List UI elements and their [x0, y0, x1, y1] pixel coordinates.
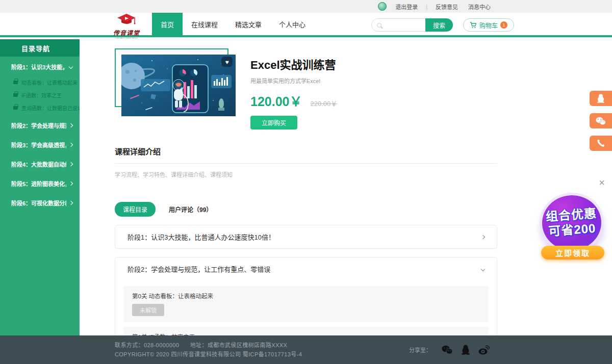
catalog-sidebar: 目录导航 阶段1：认识3大技能，比普通人... 动态看板：让表格动起来 IF函数…	[0, 39, 80, 335]
lock-icon	[13, 106, 18, 110]
course-tabs: 课程目录 用户评论（99）	[115, 202, 497, 217]
tab-user-comments[interactable]: 用户评论（99）	[169, 205, 212, 214]
promo-badge: 组合优惠 可省200 立即领取	[541, 195, 604, 255]
chevron-down-icon	[481, 267, 485, 271]
sidebar-title: 目录导航	[0, 39, 80, 57]
chevron-right-icon	[69, 201, 73, 205]
user-avatar[interactable]	[378, 2, 387, 11]
sidebar-stage-4[interactable]: 阶段4：大批数据自动统计分析，...	[0, 154, 80, 173]
logout-link[interactable]: 退出登录	[395, 3, 418, 11]
message-center-link[interactable]: 消息中心	[468, 3, 491, 11]
floating-contact-bar	[590, 91, 612, 158]
course-title: Excel实战训练营	[250, 56, 337, 72]
share-qq-icon[interactable]	[461, 345, 470, 355]
sidebar-stage-1[interactable]: 阶段1：认识3大技能，比普通人...	[0, 57, 80, 76]
sidebar-lesson-1[interactable]: 动态看板：让表格动起来	[0, 76, 80, 89]
phone-icon	[597, 139, 605, 147]
chevron-right-icon	[69, 181, 73, 186]
lock-icon	[13, 93, 18, 97]
page: 退出登录 | 反馈意见 消息中心 传音课堂 CHUANYINKETANG 首页 …	[0, 0, 612, 364]
search-button[interactable]: 搜索	[425, 18, 453, 32]
sidebar-stage-6[interactable]: 阶段6：可视化数据分析，帮老板...	[0, 193, 80, 212]
share-label: 分享至：	[409, 346, 431, 354]
share-weibo-icon[interactable]	[478, 345, 490, 355]
course-cover-image[interactable]: ♥	[121, 55, 236, 116]
navbar: 传音课堂 CHUANYINKETANG 首页 在线课程 精选文章 个人中心 搜索…	[0, 13, 612, 37]
main-nav: 首页 在线课程 精选文章 个人中心	[152, 13, 314, 35]
detail-section-heading: 课程详细介绍	[115, 146, 497, 157]
main-content: ♥ Excel实战训练营 用最简单实用的方式学Excel 120.00￥ 220…	[80, 39, 612, 335]
detail-tags: 学习流程、学习特色、课程详细介绍、课程须知	[115, 170, 497, 178]
footer-address: 地址：成都市武侯区槐树店南路XXXX	[190, 342, 288, 348]
chevron-down-icon	[69, 65, 73, 69]
accordion-stage-2: 阶段2：学会处理与规范，让工作有重点、零错误 第0关 动态看板：让表格动起来 未…	[115, 257, 497, 335]
lesson-title: 第0关 动态看板：让表格动起来	[132, 292, 480, 300]
nav-online-courses[interactable]: 在线课程	[183, 13, 226, 35]
search-bar: 搜索	[371, 18, 453, 32]
course-price: 120.00￥	[250, 91, 302, 110]
phone-contact-button[interactable]	[590, 136, 612, 151]
promo-circle[interactable]: 组合优惠 可省200	[540, 193, 603, 252]
brand-logo[interactable]: 传音课堂 CHUANYINKETANG	[108, 14, 145, 39]
accordion-stage-1-header[interactable]: 阶段1：认识3大技能，比普通人办公速度快10倍！	[115, 225, 497, 248]
nav-personal-center[interactable]: 个人中心	[270, 13, 314, 35]
wechat-contact-button[interactable]	[590, 113, 612, 128]
footer-copyright: COPYRIGHT© 2020 四川传音课堂科技有限公司 蜀ICP备170177…	[115, 350, 302, 359]
chevron-right-icon	[481, 235, 485, 239]
divider	[115, 163, 497, 164]
buy-now-button[interactable]: 立即购买	[250, 116, 297, 129]
course-cover: ♥	[115, 48, 237, 126]
feedback-link[interactable]: 反馈意见	[436, 3, 458, 11]
accordion-stage-1: 阶段1：认识3大技能，比普通人办公速度快10倍！	[115, 225, 497, 249]
nav-featured-articles[interactable]: 精选文章	[226, 13, 270, 35]
locked-status-badge: 未解锁	[132, 304, 164, 316]
course-original-price: 220.00￥	[310, 98, 337, 108]
search-input[interactable]	[381, 22, 425, 28]
footer-contact: 联系方式：028-0000000	[115, 342, 179, 348]
lock-icon	[13, 81, 18, 84]
footer: 联系方式：028-0000000 地址：成都市武侯区槐树店南路XXXX COPY…	[0, 335, 612, 364]
brand-cap-icon	[116, 20, 137, 29]
sidebar-stage-3[interactable]: 阶段3：学会高级透视，拥有同时...	[0, 135, 80, 154]
topbar: 退出登录 | 反馈意见 消息中心	[0, 0, 612, 13]
nav-home[interactable]: 首页	[152, 13, 183, 35]
cart-count-badge: 1	[500, 21, 507, 29]
lesson-item-0[interactable]: 第0关 动态看板：让表格动起来 未解锁	[123, 286, 489, 322]
share-bar: 分享至：	[409, 345, 494, 355]
course-subtitle: 用最简单实用的方式学Excel	[250, 76, 337, 85]
promo-line-2: 可省200	[548, 221, 597, 239]
topbar-divider: |	[426, 4, 427, 10]
share-wechat-icon[interactable]	[442, 345, 453, 354]
accordion-stage-2-header[interactable]: 阶段2：学会处理与规范，让工作有重点、零错误	[115, 257, 497, 280]
lesson-item-1[interactable]: 第1关 IF函数：效率之王 未解锁	[123, 327, 489, 335]
chevron-right-icon	[69, 143, 73, 147]
wechat-icon	[596, 117, 606, 125]
brand-name: 传音课堂	[108, 28, 145, 37]
qq-icon	[597, 94, 605, 103]
cart-label: 购物车	[479, 21, 498, 30]
promo-claim-button[interactable]: 立即领取	[541, 246, 604, 259]
sidebar-stage-5[interactable]: 阶段5：进阶图表美化，让汇报一...	[0, 173, 80, 193]
promo-close-icon[interactable]: ×	[599, 177, 605, 188]
sidebar-lesson-2[interactable]: IF函数：效率之王	[0, 89, 80, 101]
tab-course-catalog[interactable]: 课程目录	[115, 202, 156, 217]
cart-button[interactable]: 购物车 1	[463, 18, 514, 32]
cart-icon	[470, 22, 477, 29]
sidebar-lesson-3[interactable]: 查询函数：让数据自己说话	[0, 101, 80, 114]
search-icon	[377, 23, 381, 28]
chevron-right-icon	[69, 123, 73, 127]
favorite-heart-icon: ♥	[225, 59, 228, 66]
qq-contact-button[interactable]	[590, 91, 612, 106]
chevron-right-icon	[69, 162, 73, 166]
sidebar-stage-2[interactable]: 阶段2：学会处理与规范，让工作...	[0, 115, 80, 135]
